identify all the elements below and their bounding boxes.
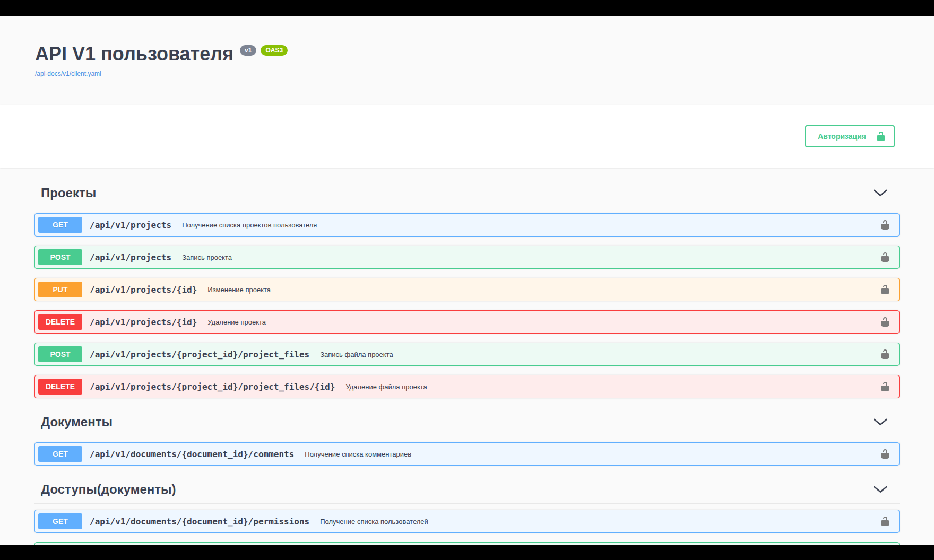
operations-list: Проекты GET /api/v1/projects Получение с…	[0, 168, 934, 545]
page-title: API V1 пользователя	[35, 43, 233, 65]
chevron-down-icon[interactable]	[873, 189, 888, 197]
scheme-container: Авторизация	[0, 105, 934, 168]
section-title: Доступы(документы)	[41, 482, 176, 497]
endpoint-description: Удаление проекта	[207, 318, 266, 326]
endpoint-description: Запись проекта	[182, 253, 232, 261]
method-badge[interactable]: POST	[38, 249, 82, 265]
top-black-bar	[0, 0, 934, 16]
method-badge[interactable]: DELETE	[38, 379, 82, 395]
method-badge[interactable]: POST	[38, 346, 82, 362]
endpoint-row[interactable]: GET /api/v1/documents/{document_id}/comm…	[34, 442, 900, 466]
endpoint-path[interactable]: /api/v1/documents/{document_id}/permissi…	[90, 517, 309, 527]
endpoint-description: Получение списка комментариев	[305, 450, 411, 458]
endpoint-description: Получение списка проектов пользователя	[182, 221, 317, 229]
endpoint-path[interactable]: /api/v1/projects/{id}	[90, 285, 197, 295]
section-header-permissions[interactable]: Доступы(документы)	[34, 475, 900, 504]
endpoint-row[interactable]: POST /api/v1/projects Запись проекта	[34, 246, 900, 269]
chevron-down-icon[interactable]	[873, 418, 888, 426]
method-badge[interactable]: DELETE	[38, 314, 82, 330]
endpoint-row[interactable]: GET /api/v1/projects Получение списка пр…	[34, 213, 900, 237]
unlocked-padlock-icon	[876, 131, 886, 142]
endpoint-row[interactable]: GET /api/v1/documents/{document_id}/perm…	[34, 510, 900, 533]
lock-icon-button[interactable]	[880, 284, 890, 295]
endpoint-row[interactable]: PUT /api/v1/projects/{id} Изменение прое…	[34, 278, 900, 301]
authorize-button[interactable]: Авторизация	[805, 125, 895, 147]
endpoint-path[interactable]: /api/v1/projects/{id}	[90, 317, 197, 327]
endpoint-row[interactable]: DELETE /api/v1/projects/{project_id}/pro…	[34, 375, 900, 398]
endpoint-row[interactable]: DELETE /api/v1/projects/{id} Удаление пр…	[34, 310, 900, 334]
method-badge[interactable]: GET	[38, 513, 82, 529]
chevron-down-icon[interactable]	[873, 485, 888, 494]
lock-icon-button[interactable]	[880, 449, 890, 459]
endpoint-row[interactable]: POST /api/v1/projects/{project_id}/proje…	[34, 343, 900, 366]
lock-icon-button[interactable]	[880, 252, 890, 262]
method-badge[interactable]: GET	[38, 217, 82, 233]
lock-icon-button[interactable]	[880, 349, 890, 360]
endpoint-path[interactable]: /api/v1/projects	[90, 220, 171, 230]
spec-file-link[interactable]: /api-docs/v1/client.yaml	[35, 70, 101, 77]
endpoint-description: Удаление файла проекта	[345, 383, 427, 391]
endpoint-path[interactable]: /api/v1/projects/{project_id}/project_fi…	[90, 382, 335, 392]
version-badge: v1	[240, 45, 256, 56]
swagger-ui-page: API V1 пользователя v1 OAS3 /api-docs/v1…	[0, 16, 934, 545]
authorize-button-label: Авторизация	[818, 132, 866, 141]
lock-icon-button[interactable]	[880, 381, 890, 392]
method-badge[interactable]: GET	[38, 446, 82, 462]
section-header-documents[interactable]: Документы	[34, 407, 900, 436]
bottom-black-bar	[0, 545, 934, 560]
endpoint-path[interactable]: /api/v1/documents/{document_id}/comments	[90, 449, 294, 459]
lock-icon-button[interactable]	[880, 516, 890, 527]
method-badge[interactable]: PUT	[38, 282, 82, 298]
information-container: API V1 пользователя v1 OAS3 /api-docs/v1…	[0, 16, 934, 105]
section-title: Документы	[41, 415, 113, 430]
endpoint-path[interactable]: /api/v1/projects	[90, 252, 171, 262]
endpoint-description: Получение списка пользователей	[320, 518, 428, 526]
oas3-badge: OAS3	[261, 45, 288, 56]
endpoint-path[interactable]: /api/v1/projects/{project_id}/project_fi…	[90, 349, 309, 360]
section-title: Проекты	[41, 186, 96, 200]
section-header-projects[interactable]: Проекты	[34, 178, 900, 207]
lock-icon-button[interactable]	[880, 317, 890, 327]
lock-icon-button[interactable]	[880, 220, 890, 230]
endpoint-description: Запись файла проекта	[320, 351, 393, 358]
endpoint-description: Изменение проекта	[207, 286, 271, 294]
